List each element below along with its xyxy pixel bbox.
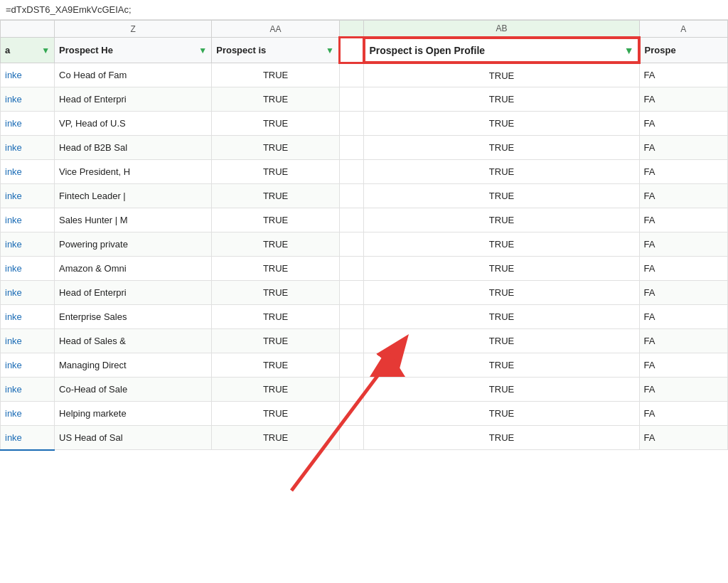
linkedin-cell[interactable]: inke <box>1 136 55 160</box>
header-col-a[interactable]: a ▼ <box>1 38 55 63</box>
ac-value-cell: FA <box>639 160 727 184</box>
ac-value-cell: FA <box>639 353 727 378</box>
gap-cell <box>339 232 364 257</box>
aa-value-cell: TRUE <box>212 63 340 87</box>
aa-value-cell: TRUE <box>212 232 340 257</box>
ac-value-cell: FA <box>639 87 727 112</box>
col-letter-z: Z <box>55 21 212 38</box>
table-row: inkeHelping marketeTRUETRUEFA <box>1 402 728 426</box>
linkedin-cell[interactable]: inke <box>1 329 55 353</box>
table-row: inkeHead of EnterpriTRUETRUEFA <box>1 87 728 112</box>
ac-value-cell: FA <box>639 208 727 232</box>
ac-value-cell: FA <box>639 63 727 87</box>
col-letter-ab: AB <box>364 21 639 38</box>
col-letter-prev <box>1 21 55 38</box>
ab-value-cell: TRUE <box>364 63 639 87</box>
headline-cell: Managing Direct <box>55 353 212 378</box>
gap-cell <box>339 160 364 184</box>
filter-icon-aa[interactable]: ▼ <box>326 46 334 55</box>
table-row: inkeVP, Head of U.STRUETRUEFA <box>1 112 728 136</box>
ab-value-cell: TRUE <box>364 184 639 208</box>
header-col-ab[interactable]: Prospect is Open Profile ▼ <box>364 38 639 63</box>
headline-cell: Amazon & Omni <box>55 257 212 281</box>
ab-value-cell: TRUE <box>364 378 639 402</box>
filter-icon-a[interactable]: ▼ <box>41 46 50 55</box>
linkedin-cell[interactable]: inke <box>1 184 55 208</box>
headline-cell: VP, Head of U.S <box>55 112 212 136</box>
column-letter-row: Z AA AB A <box>1 21 728 38</box>
gap-cell <box>339 136 364 160</box>
table-row: inkePowering privateTRUETRUEFA <box>1 232 728 257</box>
ab-value-cell: TRUE <box>364 257 639 281</box>
table-row: inkeCo Head of FamTRUETRUEFA <box>1 63 728 87</box>
aa-value-cell: TRUE <box>212 305 340 329</box>
headline-cell: Vice President, H <box>55 160 212 184</box>
header-z-label: Prospect He <box>59 45 113 55</box>
ac-value-cell: FA <box>639 378 727 402</box>
spreadsheet-container: =dTxDST6_XA9EmkVcGEIAc; Z AA <box>0 0 728 583</box>
header-gap <box>339 38 364 63</box>
table-row: inkeVice President, HTRUETRUEFA <box>1 160 728 184</box>
linkedin-cell[interactable]: inke <box>1 378 55 402</box>
linkedin-cell[interactable]: inke <box>1 426 55 450</box>
header-a-label: a <box>5 45 10 55</box>
filter-icon-ab[interactable]: ▼ <box>624 45 634 56</box>
header-ac-label: Prospe <box>645 45 676 55</box>
ab-value-cell: TRUE <box>364 160 639 184</box>
linkedin-cell[interactable]: inke <box>1 305 55 329</box>
gap-cell <box>339 208 364 232</box>
headline-cell: Head of Enterpri <box>55 281 212 305</box>
gap-cell <box>339 63 364 87</box>
gap-cell <box>339 281 364 305</box>
linkedin-cell[interactable]: inke <box>1 402 55 426</box>
header-col-aa[interactable]: Prospect is ▼ <box>212 38 340 63</box>
ac-value-cell: FA <box>639 112 727 136</box>
gap-cell <box>339 378 364 402</box>
table-row: inkeFintech Leader |TRUETRUEFA <box>1 184 728 208</box>
gap-cell <box>339 402 364 426</box>
header-aa-label: Prospect is <box>216 45 266 55</box>
headline-cell: Sales Hunter | M <box>55 208 212 232</box>
aa-value-cell: TRUE <box>212 184 340 208</box>
filter-icon-z[interactable]: ▼ <box>198 46 207 55</box>
table-body: inkeCo Head of FamTRUETRUEFAinkeHead of … <box>1 63 728 450</box>
headline-cell: Co Head of Fam <box>55 63 212 87</box>
table-row: inkeSales Hunter | MTRUETRUEFA <box>1 208 728 232</box>
ab-value-cell: TRUE <box>364 136 639 160</box>
table-row: inkeHead of Sales &TRUETRUEFA <box>1 329 728 353</box>
ac-value-cell: FA <box>639 257 727 281</box>
linkedin-cell[interactable]: inke <box>1 208 55 232</box>
aa-value-cell: TRUE <box>212 402 340 426</box>
linkedin-cell[interactable]: inke <box>1 232 55 257</box>
linkedin-cell[interactable]: inke <box>1 281 55 305</box>
headline-cell: Fintech Leader | <box>55 184 212 208</box>
formula-text: =dTxDST6_XA9EmkVcGEIAc; <box>6 4 132 15</box>
gap-cell <box>339 112 364 136</box>
ab-value-cell: TRUE <box>364 329 639 353</box>
ab-value-cell: TRUE <box>364 426 639 450</box>
aa-value-cell: TRUE <box>212 112 340 136</box>
gap-cell <box>339 353 364 378</box>
ab-value-cell: TRUE <box>364 232 639 257</box>
table-row: inkeAmazon & OmniTRUETRUEFA <box>1 257 728 281</box>
linkedin-cell[interactable]: inke <box>1 353 55 378</box>
header-col-z[interactable]: Prospect He ▼ <box>55 38 212 63</box>
aa-value-cell: TRUE <box>212 281 340 305</box>
linkedin-cell[interactable]: inke <box>1 112 55 136</box>
ac-value-cell: FA <box>639 232 727 257</box>
headline-cell: Co-Head of Sale <box>55 378 212 402</box>
ab-value-cell: TRUE <box>364 305 639 329</box>
ab-value-cell: TRUE <box>364 281 639 305</box>
aa-value-cell: TRUE <box>212 329 340 353</box>
aa-value-cell: TRUE <box>212 353 340 378</box>
header-col-ac[interactable]: Prospe <box>639 38 727 63</box>
ab-value-cell: TRUE <box>364 208 639 232</box>
linkedin-cell[interactable]: inke <box>1 257 55 281</box>
linkedin-cell[interactable]: inke <box>1 63 55 87</box>
header-ab-label: Prospect is Open Profile <box>369 45 485 56</box>
ac-value-cell: FA <box>639 305 727 329</box>
linkedin-cell[interactable]: inke <box>1 160 55 184</box>
linkedin-cell[interactable]: inke <box>1 87 55 112</box>
formula-bar: =dTxDST6_XA9EmkVcGEIAc; <box>0 0 728 20</box>
col-letter-aa: AA <box>212 21 340 38</box>
